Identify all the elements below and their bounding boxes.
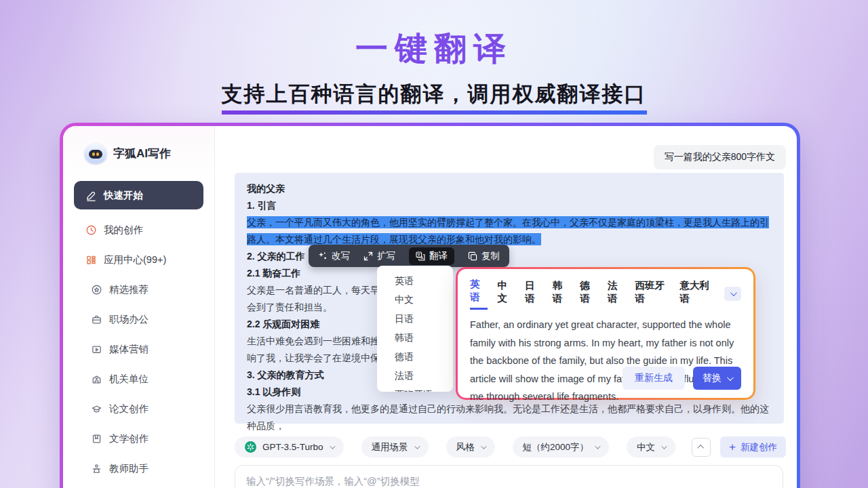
openai-icon <box>245 441 256 453</box>
chevron-down-icon <box>595 443 600 449</box>
doc-paragraph: 父亲很少用言语教育我，他更多的是通过自己的行动来影响我。无论是工作还是生活，他都… <box>247 401 772 434</box>
rewrite-button[interactable]: 改写 <box>318 250 350 262</box>
translate-label: 翻译 <box>429 250 448 262</box>
composer-toolbar: GPT-3.5-Turbo 通用场景 风格 短（约2000字） <box>235 436 786 458</box>
hero-subtitle: 支持上百种语言的翻译，调用权威翻译接口 <box>222 80 647 115</box>
highlighted-selection[interactable]: 父亲，一个平凡而又伟大的角色，他用坚实的臂膀撑起了整个家。在我心中，父亲不仅是家… <box>247 216 769 245</box>
sidebar-item-label: 我的创作 <box>104 224 143 237</box>
grid-icon <box>85 253 97 266</box>
briefcase-icon <box>90 313 102 325</box>
doc-heading-1: 1. 引言 <box>247 197 772 214</box>
sidebar-item-featured[interactable]: 精选推荐 <box>74 276 203 303</box>
prompt-input-box[interactable] <box>235 465 783 488</box>
sidebar: 字狐AI写作 快速开始 我的创作 <box>63 126 215 488</box>
output-language-label: 中文 <box>637 441 655 453</box>
hero-title: 一键翻译 <box>0 27 868 70</box>
copy-button[interactable]: 复制 <box>468 250 500 262</box>
sidebar-item-media-marketing[interactable]: 媒体营销 <box>74 336 203 363</box>
sidebar-item-label: 机关单位 <box>109 373 149 386</box>
length-label: 短（约2000字） <box>523 441 589 453</box>
sidebar-item-label: 教师助手 <box>109 462 149 475</box>
svg-text:A: A <box>420 255 424 260</box>
language-option-korean[interactable]: 韩语 <box>377 328 453 347</box>
copy-icon <box>468 251 477 261</box>
tab-japanese[interactable]: 日语 <box>525 279 542 309</box>
tab-chinese[interactable]: 中文 <box>498 279 515 309</box>
scene-label: 通用场景 <box>372 441 408 453</box>
plus-icon: + <box>729 441 736 453</box>
teacher-icon <box>90 462 102 474</box>
grad-cap-icon <box>90 403 102 415</box>
tab-korean[interactable]: 韩语 <box>553 279 570 309</box>
tab-italian[interactable]: 意大利语 <box>679 279 714 309</box>
expand-icon <box>363 251 373 261</box>
tab-spanish[interactable]: 西班牙语 <box>635 279 669 309</box>
replace-button[interactable]: 替换 <box>693 367 741 390</box>
book-icon <box>90 432 102 445</box>
scene-select[interactable]: 通用场景 <box>361 436 429 458</box>
replace-label: 替换 <box>703 372 722 384</box>
language-option-spanish[interactable]: 西班牙语 <box>377 385 453 392</box>
translation-result-text: Father, an ordinary yet great character,… <box>470 316 741 406</box>
model-select[interactable]: GPT-3.5-Turbo <box>235 436 344 458</box>
style-label: 风格 <box>456 441 475 453</box>
model-label: GPT-3.5-Turbo <box>262 442 323 452</box>
tab-german[interactable]: 德语 <box>580 279 597 309</box>
language-option-french[interactable]: 法语 <box>377 366 453 385</box>
sidebar-item-teacher-helper[interactable]: 教师助手 <box>74 455 203 482</box>
chevron-down-icon <box>481 443 486 449</box>
sidebar-item-label: 论文创作 <box>109 403 149 415</box>
language-dropdown: 英语 中文 日语 韩语 德语 法语 西班牙语 <box>377 266 453 392</box>
prompt-bubble: 写一篇我的父亲800字作文 <box>654 145 786 169</box>
chevron-up-icon <box>697 445 704 451</box>
chevron-down-icon <box>730 289 737 296</box>
translate-language-tabs: 英语 中文 日语 韩语 德语 法语 西班牙语 意大利语 <box>470 278 741 310</box>
sidebar-item-label: 精选推荐 <box>109 283 149 296</box>
sidebar-item-thesis[interactable]: 论文创作 <box>74 395 203 422</box>
language-option-english[interactable]: 英语 <box>377 271 453 290</box>
chevron-down-icon <box>330 443 335 449</box>
prompt-input[interactable] <box>246 476 772 487</box>
sidebar-item-government[interactable]: 机关单位 <box>74 365 203 392</box>
chevron-down-icon <box>414 443 420 449</box>
expand-button[interactable]: 扩写 <box>363 250 395 262</box>
brand: 字狐AI写作 <box>74 144 203 163</box>
sidebar-item-label: 应用中心(99+) <box>104 253 166 266</box>
length-select[interactable]: 短（约2000字） <box>513 436 610 458</box>
collapse-button[interactable] <box>692 438 711 457</box>
expand-label: 扩写 <box>377 250 395 262</box>
translate-popup: 英语 中文 日语 韩语 德语 法语 西班牙语 意大利语 Father, an o… <box>456 267 755 400</box>
sidebar-item-office[interactable]: 职场办公 <box>74 306 203 333</box>
translate-icon: 文A <box>416 251 425 261</box>
app-logo-icon <box>85 144 106 163</box>
output-language-select[interactable]: 中文 <box>627 436 675 458</box>
pen-icon <box>85 189 97 201</box>
language-option-chinese[interactable]: 中文 <box>377 290 453 309</box>
sidebar-item-literature[interactable]: 文学创作 <box>74 425 203 452</box>
page: 一键翻译 支持上百种语言的翻译，调用权威翻译接口 字狐AI写作 快速开始 <box>0 0 868 488</box>
new-creation-button[interactable]: + 新建创作 <box>720 436 786 458</box>
rewrite-label: 改写 <box>332 250 350 262</box>
selection-toolbar: 改写 扩写 文A 翻译 复制 <box>309 245 509 267</box>
app-title: 字狐AI写作 <box>113 146 171 161</box>
sidebar-item-label: 职场办公 <box>109 313 149 326</box>
language-option-japanese[interactable]: 日语 <box>377 309 453 328</box>
magic-wand-icon <box>318 251 328 261</box>
language-option-german[interactable]: 德语 <box>377 347 453 366</box>
translate-button[interactable]: 文A 翻译 <box>409 247 454 265</box>
tab-english[interactable]: 英语 <box>470 278 488 310</box>
style-select[interactable]: 风格 <box>446 436 495 458</box>
copy-label: 复制 <box>481 250 500 262</box>
sidebar-item-label: 文学创作 <box>109 432 149 445</box>
sidebar-item-my-creations[interactable]: 我的创作 <box>74 216 203 243</box>
sidebar-item-quick-start[interactable]: 快速开始 <box>74 181 203 209</box>
regenerate-button[interactable]: 重新生成 <box>623 367 685 390</box>
chevron-down-icon <box>727 374 734 381</box>
media-play-icon <box>90 343 102 355</box>
more-languages-button[interactable] <box>724 287 741 301</box>
sidebar-item-label: 媒体营销 <box>109 343 149 356</box>
new-creation-label: 新建创作 <box>741 441 777 453</box>
doc-title: 我的父亲 <box>247 180 772 197</box>
sidebar-item-app-center[interactable]: 应用中心(99+) <box>74 246 203 273</box>
tab-french[interactable]: 法语 <box>608 279 625 309</box>
